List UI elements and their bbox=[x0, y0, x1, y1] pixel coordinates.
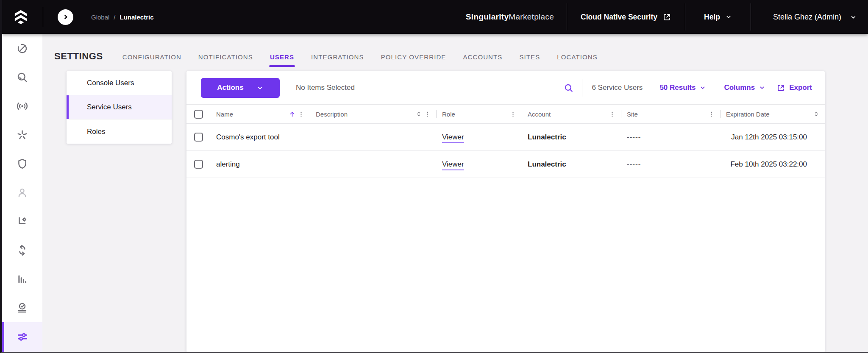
chevron-right-icon bbox=[61, 13, 70, 21]
columns-dropdown[interactable]: Columns bbox=[724, 83, 765, 92]
user-menu[interactable]: Stella Ghez (Admin) bbox=[751, 13, 868, 22]
tab-sites[interactable]: SITES bbox=[519, 53, 540, 67]
header-description[interactable]: Description bbox=[310, 105, 436, 123]
results-label: 50 Results bbox=[659, 83, 696, 92]
sidebar-item-reports[interactable] bbox=[2, 264, 42, 293]
chevron-down-icon bbox=[699, 84, 706, 91]
header-site[interactable]: Site bbox=[621, 105, 720, 123]
toolbar-divider bbox=[582, 79, 582, 97]
table-row[interactable]: Cosmo's export tool Viewer Lunalectric -… bbox=[186, 124, 825, 151]
main-area: SETTINGS CONFIGURATION NOTIFICATIONS USE… bbox=[42, 34, 868, 352]
actions-button[interactable]: Actions bbox=[201, 78, 280, 98]
sidebar-item-search[interactable] bbox=[2, 63, 42, 92]
tab-locations[interactable]: LOCATIONS bbox=[557, 53, 597, 67]
chevron-down-icon bbox=[725, 14, 732, 20]
sidebar-item-protection[interactable] bbox=[2, 149, 42, 178]
header-description-label: Description bbox=[316, 111, 414, 118]
star-burst-icon bbox=[17, 129, 28, 141]
header-account[interactable]: Account bbox=[522, 105, 621, 123]
account-value: Lunalectric bbox=[528, 133, 566, 141]
sidebar-item-users[interactable] bbox=[2, 178, 42, 207]
breadcrumb-root[interactable]: Global bbox=[91, 14, 109, 21]
column-menu-icon[interactable] bbox=[424, 111, 431, 118]
cell-name: alerting bbox=[210, 160, 310, 169]
settings-tabs: CONFIGURATION NOTIFICATIONS USERS INTEGR… bbox=[122, 53, 598, 67]
product-switcher-link[interactable]: Cloud Native Security bbox=[567, 13, 685, 22]
subnav-item-service-users[interactable]: Service Users bbox=[67, 95, 172, 120]
table-header-row: Name Description bbox=[186, 104, 825, 124]
sidebar-item-sync[interactable] bbox=[2, 236, 42, 264]
tab-accounts[interactable]: ACCOUNTS bbox=[463, 53, 502, 67]
sort-toggle-icon[interactable] bbox=[415, 111, 422, 117]
subnav-item-console-users[interactable]: Console Users bbox=[67, 71, 172, 95]
header-role[interactable]: Role bbox=[436, 105, 522, 123]
header-name[interactable]: Name bbox=[210, 105, 310, 123]
column-menu-icon[interactable] bbox=[708, 111, 715, 118]
header-expiration-date[interactable]: Expiration Date bbox=[720, 105, 825, 123]
brand-secondary: Marketplace bbox=[509, 12, 554, 21]
site-value: ----- bbox=[627, 160, 641, 168]
search-button[interactable] bbox=[564, 83, 573, 93]
header-site-label: Site bbox=[627, 111, 706, 118]
page-header: SETTINGS CONFIGURATION NOTIFICATIONS USE… bbox=[42, 34, 868, 67]
scope-expand-button[interactable] bbox=[58, 9, 73, 25]
tab-integrations[interactable]: INTEGRATIONS bbox=[311, 53, 364, 67]
sidebar-item-tasks[interactable] bbox=[2, 293, 42, 322]
column-menu-icon[interactable] bbox=[298, 111, 305, 118]
users-subnav-card: Console Users Service Users Roles bbox=[67, 71, 172, 144]
row-checkbox[interactable] bbox=[194, 160, 203, 169]
external-link-icon bbox=[662, 13, 671, 22]
role-link[interactable]: Viewer bbox=[442, 160, 464, 170]
sidebar-item-marketplace[interactable] bbox=[2, 120, 42, 149]
search-icon bbox=[17, 72, 28, 83]
cell-site: ----- bbox=[621, 133, 720, 142]
sentinelone-logo[interactable] bbox=[12, 8, 29, 26]
cell-role: Viewer bbox=[436, 133, 522, 142]
cell-role: Viewer bbox=[436, 160, 522, 169]
sidebar-item-policy[interactable] bbox=[2, 207, 42, 236]
sliders-icon bbox=[17, 331, 28, 343]
topbar-divider bbox=[43, 7, 43, 27]
cell-name: Cosmo's export tool bbox=[210, 133, 310, 142]
chevron-down-icon bbox=[256, 84, 264, 92]
cell-account: Lunalectric bbox=[522, 160, 621, 169]
tab-configuration[interactable]: CONFIGURATION bbox=[122, 53, 181, 67]
help-menu[interactable]: Help bbox=[685, 13, 751, 22]
subnav-item-roles[interactable]: Roles bbox=[67, 120, 172, 144]
results-per-page-dropdown[interactable]: 50 Results bbox=[659, 83, 706, 92]
export-icon bbox=[776, 83, 785, 92]
search-icon bbox=[564, 83, 573, 93]
sidebar-item-sensors[interactable] bbox=[2, 92, 42, 120]
top-bar: Global / Lunalectric SingularityMarketpl… bbox=[2, 0, 868, 34]
sensor-broadcast-icon bbox=[17, 100, 28, 112]
table-row[interactable]: alerting Viewer Lunalectric ----- Feb 10… bbox=[186, 151, 825, 178]
header-expiration-label: Expiration Date bbox=[726, 111, 811, 118]
role-link[interactable]: Viewer bbox=[442, 133, 464, 143]
breadcrumb-separator: / bbox=[114, 14, 115, 21]
sidebar-item-dashboard[interactable] bbox=[2, 34, 42, 63]
sort-ascending-icon[interactable] bbox=[289, 111, 296, 118]
sidebar-item-settings[interactable] bbox=[2, 322, 42, 352]
user-icon bbox=[17, 187, 28, 198]
tab-notifications[interactable]: NOTIFICATIONS bbox=[198, 53, 253, 67]
service-users-count: 6 Service Users bbox=[592, 83, 643, 92]
breadcrumb-current[interactable]: Lunalectric bbox=[120, 14, 154, 21]
sort-toggle-icon[interactable] bbox=[813, 111, 820, 117]
export-button[interactable]: Export bbox=[776, 83, 812, 92]
cell-site: ----- bbox=[621, 160, 720, 169]
app-window: Global / Lunalectric SingularityMarketpl… bbox=[0, 0, 868, 353]
column-menu-icon[interactable] bbox=[609, 111, 616, 118]
user-label: Stella Ghez (Admin) bbox=[773, 13, 841, 22]
brand-primary: Singularity bbox=[466, 12, 509, 21]
tab-policy-override[interactable]: POLICY OVERRIDE bbox=[381, 53, 446, 67]
export-label: Export bbox=[789, 83, 812, 92]
row-checkbox[interactable] bbox=[194, 133, 203, 142]
toolbar-right-group: 6 Service Users 50 Results Columns bbox=[564, 79, 812, 97]
select-all-checkbox[interactable] bbox=[194, 110, 203, 119]
column-menu-icon[interactable] bbox=[509, 111, 517, 118]
service-users-card: Actions No Items Selected 6 Service Use bbox=[186, 71, 825, 352]
header-name-label: Name bbox=[216, 111, 287, 118]
bar-chart-icon bbox=[17, 273, 28, 285]
tab-users[interactable]: USERS bbox=[270, 53, 294, 67]
selection-status: No Items Selected bbox=[296, 83, 355, 92]
